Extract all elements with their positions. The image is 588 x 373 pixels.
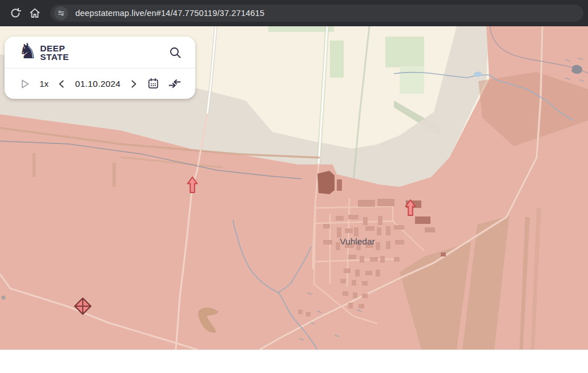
calendar-button[interactable] (147, 78, 159, 90)
reload-button[interactable] (6, 3, 25, 23)
page-bottom-whitespace (0, 350, 588, 373)
chevron-right-icon (129, 79, 138, 89)
search-icon (168, 46, 182, 59)
logo-line-1: DEEP (40, 44, 69, 53)
previous-date-button[interactable] (57, 79, 66, 89)
playback-speed[interactable]: 1x (39, 79, 49, 89)
site-settings-icon (57, 9, 66, 18)
chevron-left-icon (57, 79, 66, 89)
search-button[interactable] (167, 44, 184, 61)
play-icon (18, 78, 31, 90)
deepstate-control-panel: ♞ DEEP STATE 1x (5, 37, 195, 99)
knight-logo-icon: ♞ (18, 41, 37, 62)
timeline-controls: 1x 01.10.2024 (5, 69, 195, 99)
home-icon (28, 6, 42, 20)
next-date-button[interactable] (129, 79, 138, 89)
jump-to-latest-icon (168, 77, 182, 91)
deepstate-logo[interactable]: ♞ DEEP STATE (18, 43, 69, 62)
map-viewport[interactable]: Vuhledar ♞ DEEP STATE (0, 26, 588, 350)
jump-to-latest-button[interactable] (168, 77, 182, 91)
panel-header: ♞ DEEP STATE (5, 37, 195, 68)
reload-icon (9, 6, 22, 20)
play-button[interactable] (18, 78, 31, 90)
url-bar[interactable]: deepstatemap.live/en#14/47.7750119/37.27… (50, 5, 583, 22)
url-text[interactable]: deepstatemap.live/en#14/47.7750119/37.27… (75, 9, 264, 18)
site-settings-button[interactable] (54, 6, 68, 20)
town-label-vuhledar: Vuhledar (340, 236, 374, 246)
home-button[interactable] (25, 3, 45, 23)
logo-text: DEEP STATE (40, 44, 69, 61)
calendar-icon (147, 78, 159, 90)
logo-line-2: STATE (40, 53, 69, 61)
browser-toolbar: deepstatemap.live/en#14/47.7750119/37.27… (0, 0, 588, 26)
current-date[interactable]: 01.10.2024 (75, 79, 121, 89)
